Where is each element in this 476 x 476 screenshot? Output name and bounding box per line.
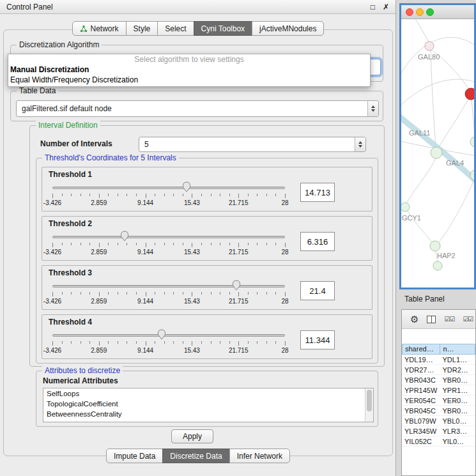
zoom-traffic-light-icon[interactable]: [426, 8, 434, 16]
threshold-slider[interactable]: -3.4262.8599.14415.4321.71528: [49, 229, 291, 257]
slider-thumb[interactable]: [182, 181, 191, 192]
list-item[interactable]: SelfLoops: [43, 388, 373, 399]
slider-tick: [89, 243, 90, 245]
network-node-gal80[interactable]: [425, 42, 434, 50]
number-of-intervals-combobox[interactable]: 5: [139, 137, 366, 152]
table-row[interactable]: YDR27…YDR2…: [402, 365, 475, 375]
slider-track[interactable]: [52, 187, 285, 189]
network-node-gcy1[interactable]: [401, 203, 410, 211]
slider-tick: [266, 194, 267, 196]
tab-infer-network[interactable]: Infer Network: [229, 449, 290, 463]
table-cell: YBL0…: [440, 416, 475, 426]
threshold-slider[interactable]: -3.4262.8599.14415.4321.71528: [49, 180, 291, 208]
slider-track[interactable]: [52, 236, 285, 238]
slider-tick: [108, 243, 109, 245]
slider-tick: [127, 292, 127, 295]
table-row[interactable]: YBR043CYBR0…: [402, 375, 475, 385]
tab-select[interactable]: Select: [157, 21, 194, 36]
table-row[interactable]: YIL052CYIL0…: [402, 436, 475, 447]
table-cell: YDR2…: [440, 365, 475, 374]
algorithm-option[interactable]: Equal Width/Frequency Discretization: [8, 75, 370, 85]
slider-tick: [285, 341, 286, 346]
checkbox-pair-icon[interactable]: ☑☑: [444, 316, 454, 323]
algorithm-option[interactable]: Manual Discretization: [8, 65, 370, 75]
table-row[interactable]: YER054CYER0…: [402, 395, 475, 406]
slider-tick: [285, 292, 286, 296]
threshold-value-field[interactable]: 21.4: [300, 281, 335, 300]
apply-button[interactable]: Apply: [171, 429, 213, 443]
algorithm-popup-options: Manual DiscretizationEqual Width/Frequen…: [8, 65, 370, 85]
node-label: GAL80: [418, 53, 440, 61]
table-row[interactable]: YLR345WYLR3…: [402, 426, 475, 436]
network-window-titlebar: [401, 5, 474, 19]
slider-scale-label: -3.426: [43, 347, 61, 354]
gear-icon[interactable]: ⚙: [410, 314, 418, 324]
list-item[interactable]: BetweennessCentrality: [43, 409, 373, 419]
attributes-group-title: Attributes to discretize: [42, 366, 123, 375]
table-row[interactable]: YDL19…YDL1…: [402, 355, 475, 365]
table-cell: YPR145W: [402, 385, 440, 395]
minimize-traffic-light-icon[interactable]: [416, 8, 424, 16]
slider-tick: [71, 341, 72, 344]
checkbox-pair-icon[interactable]: ☑☑: [463, 316, 473, 323]
slider-tick: [192, 341, 192, 346]
network-node-hap2[interactable]: [430, 241, 440, 251]
interval-definition-group: Interval Definition Number of Intervals …: [29, 125, 385, 367]
slider-thumb[interactable]: [232, 280, 241, 291]
slider-tick: [118, 194, 118, 196]
network-node[interactable]: [465, 88, 474, 100]
list-item[interactable]: TopologicalCoefficient: [43, 399, 373, 409]
slider-thumb[interactable]: [120, 231, 129, 242]
tab-discretize-data[interactable]: Discretize Data: [162, 449, 229, 463]
table-row[interactable]: YBR045CYBR0…: [402, 406, 475, 416]
threshold-value-field[interactable]: 14.713: [300, 183, 335, 202]
threshold-value-field[interactable]: 11.344: [300, 330, 335, 349]
slider-tick: [183, 292, 183, 295]
slider-tick: [62, 194, 63, 196]
column-header[interactable]: shared…: [402, 344, 440, 355]
scrollbar-thumb[interactable]: [367, 390, 372, 411]
float-window-icon[interactable]: □: [371, 3, 375, 12]
combobox-stepper-icon[interactable]: [367, 101, 378, 116]
control-panel-titlebar: Control Panel □ ✗: [0, 0, 395, 14]
tab-label: Network: [91, 24, 119, 33]
table-row[interactable]: YBL079WYBL0…: [402, 416, 475, 426]
slider-scale-label: 21.715: [229, 249, 249, 256]
close-traffic-light-icon[interactable]: [406, 8, 413, 16]
slider-track[interactable]: [52, 334, 285, 337]
column-header[interactable]: n…: [440, 344, 475, 355]
network-node-gal4[interactable]: [431, 147, 442, 158]
combobox-stepper-icon[interactable]: [355, 137, 365, 151]
slider-tick: [155, 243, 155, 245]
numerical-attributes-list[interactable]: SelfLoopsTopologicalCoefficientBetweenne…: [43, 388, 374, 422]
tab-cyni-toolbox[interactable]: Cyni Toolbox: [194, 21, 252, 36]
slider-tick: [238, 341, 239, 346]
network-node[interactable]: [470, 137, 474, 147]
slider-tick: [52, 243, 53, 247]
slider-tick: [220, 341, 220, 344]
table-data-combobox[interactable]: galFiltered.sif default node: [16, 100, 379, 117]
close-icon[interactable]: ✗: [383, 3, 389, 12]
list-scrollbar[interactable]: [365, 388, 373, 422]
tab-style[interactable]: Style: [126, 21, 158, 36]
slider-tick: [52, 292, 53, 296]
slider-track[interactable]: [52, 285, 285, 288]
table-row[interactable]: YPR145WYPR1…: [402, 385, 475, 395]
slider-tick: [118, 341, 118, 344]
columns-icon[interactable]: [427, 316, 436, 323]
slider-thumb[interactable]: [157, 329, 166, 340]
network-canvas[interactable]: GAL80GAL11GAL4GCY1HAP2: [401, 19, 474, 288]
slider-tick: [201, 194, 202, 196]
tab-impute-data[interactable]: Impute Data: [106, 449, 163, 463]
slider-tick: [71, 292, 72, 295]
network-node[interactable]: [433, 261, 442, 270]
threshold-slider[interactable]: -3.4262.8599.14415.4321.71528: [49, 328, 291, 356]
tab-network[interactable]: Network: [72, 21, 127, 36]
threshold-value-field[interactable]: 6.316: [300, 232, 335, 251]
slider-scale-label: 15.43: [184, 199, 200, 206]
top-tab-bar: NetworkStyleSelectCyni ToolboxjActiveMNo…: [0, 21, 396, 36]
threshold-slider[interactable]: -3.4262.8599.14415.4321.71528: [49, 279, 291, 307]
tab-jactivemnodules[interactable]: jActiveMNodules: [252, 21, 324, 36]
number-of-intervals-label: Number of Intervals: [40, 139, 112, 148]
algorithm-dropdown-popup: Select algorithm to view settings Manual…: [8, 54, 371, 87]
